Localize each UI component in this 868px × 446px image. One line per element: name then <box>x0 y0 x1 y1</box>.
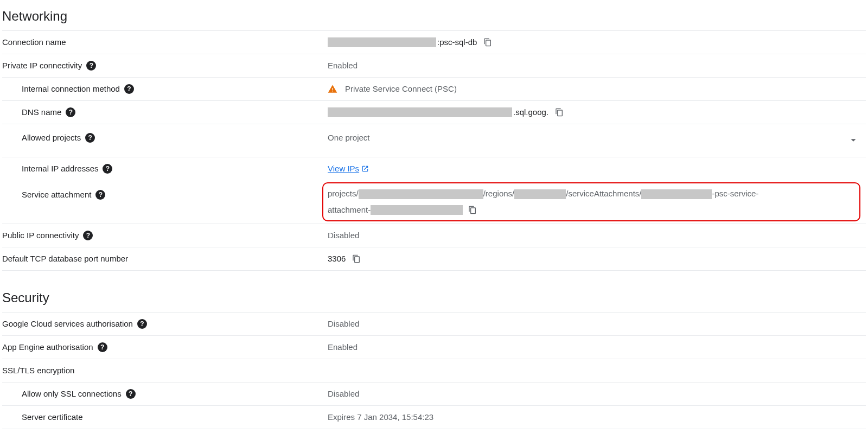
chevron-down-icon[interactable] <box>847 134 859 149</box>
connection-name-row: Connection name :psc-sql-db <box>2 30 866 54</box>
connection-name-value: :psc-sql-db <box>437 36 477 48</box>
allowed-projects-row: Allowed projects ? One project <box>2 124 866 157</box>
gcs-auth-value: Disabled <box>328 318 359 330</box>
copy-icon[interactable] <box>482 37 493 48</box>
server-cert-label: Server certificate <box>22 411 83 423</box>
redacted-dns-prefix <box>328 107 512 117</box>
help-icon[interactable]: ? <box>86 61 96 71</box>
app-engine-auth-label: App Engine authorisation <box>2 341 93 353</box>
default-port-row: Default TCP database port number 3306 <box>2 247 866 271</box>
server-cert-row: Server certificate Expires 7 Jan 2034, 1… <box>2 405 866 429</box>
help-icon[interactable]: ? <box>126 389 136 399</box>
help-icon[interactable]: ? <box>66 107 75 117</box>
sa-part4: -psc-service- <box>712 189 758 198</box>
sa-part2: /regions/ <box>483 189 515 198</box>
public-ip-value: Disabled <box>328 230 359 241</box>
service-attachment-highlight: projects//regions//serviceAttachments/-p… <box>322 182 860 221</box>
connection-name-label: Connection name <box>2 36 66 48</box>
service-attachment-label: Service attachment <box>22 189 91 201</box>
warning-icon <box>328 84 337 94</box>
internal-ips-label: Internal IP addresses <box>22 163 98 175</box>
ssl-tls-row: SSL/TLS encryption <box>2 359 866 382</box>
help-icon[interactable]: ? <box>85 133 95 143</box>
redacted-sa-suffix <box>371 205 463 215</box>
help-icon[interactable]: ? <box>95 190 105 200</box>
public-ip-label: Public IP connectivity <box>2 230 79 241</box>
ssl-tls-label: SSL/TLS encryption <box>2 365 74 377</box>
private-ip-label: Private IP connectivity <box>2 60 82 72</box>
app-engine-auth-row: App Engine authorisation ? Enabled <box>2 335 866 359</box>
gcs-auth-row: Google Cloud services authorisation ? Di… <box>2 312 866 335</box>
view-ips-link-text: View IPs <box>328 163 359 175</box>
internal-method-row: Internal connection method ? Private Ser… <box>2 77 866 100</box>
internal-method-label: Internal connection method <box>22 83 120 95</box>
allow-only-ssl-label: Allow only SSL connections <box>22 388 122 400</box>
dns-name-row: DNS name ? .sql.goog. <box>2 100 866 124</box>
gcs-auth-label: Google Cloud services authorisation <box>2 318 133 330</box>
dns-name-label: DNS name <box>22 106 61 118</box>
redacted-sa-name <box>641 189 712 199</box>
help-icon[interactable]: ? <box>137 319 147 329</box>
server-cert-value: Expires 7 Jan 2034, 15:54:23 <box>328 411 433 423</box>
security-heading: Security <box>2 290 866 305</box>
redacted-sa-project <box>359 189 483 199</box>
internal-ips-row: Internal IP addresses ? View IPs <box>2 157 866 180</box>
sa-line2-prefix: attachment- <box>328 202 371 218</box>
allowed-projects-label: Allowed projects <box>22 132 81 144</box>
allow-only-ssl-value: Disabled <box>328 388 359 400</box>
private-ip-row: Private IP connectivity ? Enabled <box>2 54 866 77</box>
default-port-value: 3306 <box>328 253 346 265</box>
public-ip-row: Public IP connectivity ? Disabled <box>2 224 866 247</box>
redacted-project-id <box>328 37 436 47</box>
dns-name-value: .sql.goog. <box>513 106 548 118</box>
help-icon[interactable]: ? <box>98 342 107 352</box>
internal-method-value: Private Service Connect (PSC) <box>345 83 457 95</box>
service-attachment-row: Service attachment ? projects//regions//… <box>2 180 866 224</box>
sa-part3: /serviceAttachments/ <box>566 189 641 198</box>
view-ips-link[interactable]: View IPs <box>328 163 369 175</box>
allowed-projects-value: One project <box>328 132 370 144</box>
redacted-sa-region <box>514 189 566 199</box>
help-icon[interactable]: ? <box>124 84 134 94</box>
sa-part1: projects/ <box>328 189 359 198</box>
default-port-label: Default TCP database port number <box>2 253 128 265</box>
app-engine-auth-value: Enabled <box>328 341 358 353</box>
copy-icon[interactable] <box>351 253 362 264</box>
allow-only-ssl-row: Allow only SSL connections ? Disabled <box>2 382 866 405</box>
copy-icon[interactable] <box>554 107 565 118</box>
help-icon[interactable]: ? <box>103 164 112 174</box>
networking-heading: Networking <box>2 9 866 24</box>
private-ip-value: Enabled <box>328 60 358 72</box>
help-icon[interactable]: ? <box>83 231 93 240</box>
copy-icon[interactable] <box>467 205 478 215</box>
